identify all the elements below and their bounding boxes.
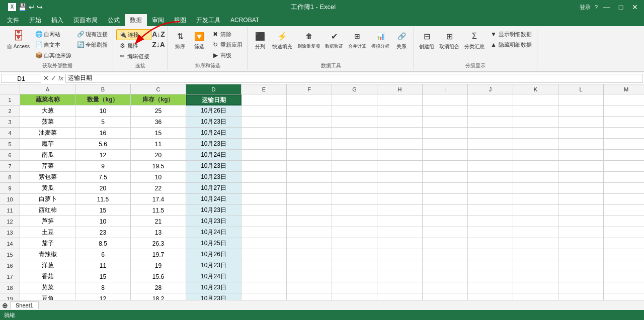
cell-C14[interactable]: 26.3 <box>131 238 186 249</box>
cell-E16[interactable] <box>242 260 287 271</box>
cell-D16[interactable]: 10月23日 <box>186 260 242 271</box>
cell-J15[interactable] <box>468 249 513 260</box>
cell-I7[interactable] <box>423 161 468 172</box>
cell-F3[interactable] <box>287 117 332 128</box>
cell-F7[interactable] <box>287 161 332 172</box>
cell-E3[interactable] <box>242 117 287 128</box>
cell-reference-box[interactable]: D1 <box>1 74 41 83</box>
cell-H11[interactable] <box>377 205 423 216</box>
cell-H18[interactable] <box>377 282 423 293</box>
cell-G1[interactable] <box>332 94 377 105</box>
cell-E10[interactable] <box>242 194 287 205</box>
cell-C9[interactable]: 22 <box>131 183 186 194</box>
cell-H10[interactable] <box>377 194 423 205</box>
cell-K9[interactable] <box>513 183 558 194</box>
btn-refresh-all[interactable]: 🔄 全部刷新 <box>74 40 110 50</box>
cell-L3[interactable] <box>558 117 604 128</box>
cell-L7[interactable] <box>558 161 604 172</box>
cell-M17[interactable] <box>604 271 644 282</box>
cell-L18[interactable] <box>558 282 604 293</box>
cell-H13[interactable] <box>377 227 423 238</box>
cell-L5[interactable] <box>558 139 604 150</box>
cell-B8[interactable]: 7.5 <box>75 172 131 183</box>
cell-F15[interactable] <box>287 249 332 260</box>
cell-H16[interactable] <box>377 260 423 271</box>
cell-G4[interactable] <box>332 128 377 139</box>
cell-I8[interactable] <box>423 172 468 183</box>
btn-remove-duplicates[interactable]: 🗑 删除重复项 <box>295 28 322 51</box>
cell-M16[interactable] <box>604 260 644 271</box>
cell-A1[interactable]: 蔬菜名称 <box>20 94 75 105</box>
cell-F17[interactable] <box>287 271 332 282</box>
cell-M3[interactable] <box>604 117 644 128</box>
cell-E11[interactable] <box>242 205 287 216</box>
cell-E18[interactable] <box>242 282 287 293</box>
cell-M18[interactable] <box>604 282 644 293</box>
btn-text[interactable]: 📄 自文本 <box>33 40 73 50</box>
col-header-F[interactable]: F <box>287 84 332 94</box>
cell-L9[interactable] <box>558 183 604 194</box>
cell-K13[interactable] <box>513 227 558 238</box>
cell-G18[interactable] <box>332 282 377 293</box>
cell-J2[interactable] <box>468 105 513 117</box>
btn-show-detail[interactable]: ▼ 显示明细数据 <box>488 29 534 39</box>
cell-H7[interactable] <box>377 161 423 172</box>
cell-L17[interactable] <box>558 271 604 282</box>
cell-A14[interactable]: 茄子 <box>20 238 75 249</box>
cell-D17[interactable]: 10月24日 <box>186 271 242 282</box>
cell-J10[interactable] <box>468 194 513 205</box>
cell-I1[interactable] <box>423 94 468 105</box>
cell-L16[interactable] <box>558 260 604 271</box>
ribbon-tab-ACROBAT[interactable]: ACROBAT <box>225 14 264 26</box>
cell-F14[interactable] <box>287 238 332 249</box>
cell-H2[interactable] <box>377 105 423 117</box>
cell-B4[interactable]: 16 <box>75 128 131 139</box>
cell-C10[interactable]: 17.4 <box>131 194 186 205</box>
cell-L2[interactable] <box>558 105 604 117</box>
btn-advanced[interactable]: ▶ 高级 <box>209 50 245 60</box>
btn-what-if[interactable]: 📊 模拟分析 <box>369 28 391 51</box>
cell-G7[interactable] <box>332 161 377 172</box>
cell-J17[interactable] <box>468 271 513 282</box>
cell-E9[interactable] <box>242 183 287 194</box>
cell-E7[interactable] <box>242 161 287 172</box>
cell-I9[interactable] <box>423 183 468 194</box>
btn-connect[interactable]: 🔌 连接 <box>116 29 151 40</box>
cell-B1[interactable]: 数量（kg） <box>75 94 131 105</box>
col-header-E[interactable]: E <box>242 84 287 94</box>
btn-sort-za[interactable]: Z↓A <box>152 40 165 50</box>
btn-split[interactable]: ⬛ 分列 <box>251 28 269 51</box>
cell-B6[interactable]: 12 <box>75 150 131 161</box>
cell-B7[interactable]: 9 <box>75 161 131 172</box>
btn-ungroup[interactable]: ⊞ 取消组合 <box>437 28 461 51</box>
cell-I4[interactable] <box>423 128 468 139</box>
undo-btn[interactable]: ↩ <box>29 3 35 11</box>
cell-D8[interactable]: 10月23日 <box>186 172 242 183</box>
cell-E4[interactable] <box>242 128 287 139</box>
cell-F18[interactable] <box>287 282 332 293</box>
ribbon-tab-开发工具[interactable]: 开发工具 <box>191 14 225 26</box>
cell-L11[interactable] <box>558 205 604 216</box>
col-header-A[interactable]: A <box>20 84 75 94</box>
cell-I3[interactable] <box>423 117 468 128</box>
btn-existing-connections[interactable]: 🔗 现有连接 <box>74 29 110 39</box>
btn-group[interactable]: ⊟ 创建组 <box>417 28 436 51</box>
confirm-formula-icon[interactable]: ✓ <box>51 74 56 82</box>
cell-F11[interactable] <box>287 205 332 216</box>
cell-D13[interactable]: 10月24日 <box>186 227 242 238</box>
cell-L8[interactable] <box>558 172 604 183</box>
cell-M8[interactable] <box>604 172 644 183</box>
btn-edit-links[interactable]: ✏ 编辑链接 <box>116 51 151 61</box>
cell-A3[interactable]: 菠菜 <box>20 117 75 128</box>
cell-B3[interactable]: 5 <box>75 117 131 128</box>
cell-G3[interactable] <box>332 117 377 128</box>
btn-relations[interactable]: 🔗 关系 <box>392 28 411 51</box>
cell-F4[interactable] <box>287 128 332 139</box>
cell-J18[interactable] <box>468 282 513 293</box>
cell-B2[interactable]: 10 <box>75 105 131 117</box>
cell-E2[interactable] <box>242 105 287 117</box>
cell-H1[interactable] <box>377 94 423 105</box>
ribbon-tab-开始[interactable]: 开始 <box>24 14 46 26</box>
col-header-L[interactable]: L <box>558 84 604 94</box>
cell-B14[interactable]: 8.5 <box>75 238 131 249</box>
